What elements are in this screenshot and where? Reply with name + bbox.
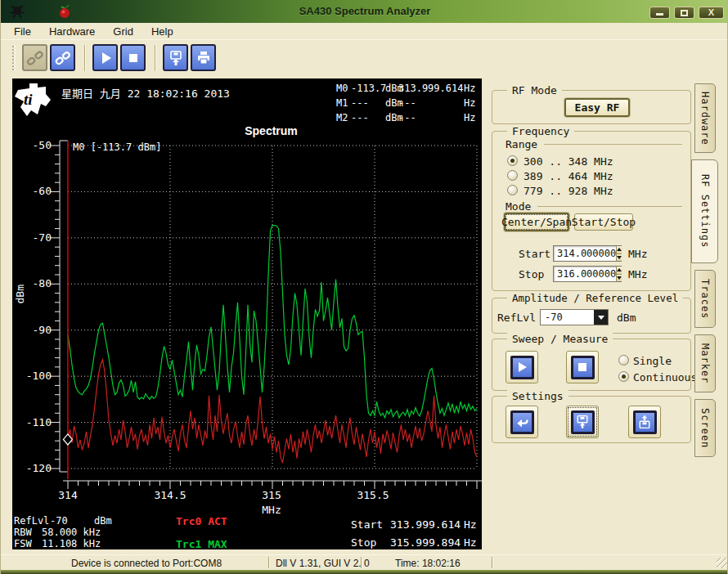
tab-marker[interactable]: Marker [694, 334, 716, 392]
spin-up-icon[interactable] [617, 267, 622, 275]
start-label: Start [519, 248, 550, 260]
play-icon [97, 49, 115, 67]
x-axis-title: MHz [247, 504, 296, 516]
maximize-button[interactable] [674, 7, 694, 19]
x-tick-label: 315 [247, 489, 296, 501]
print-button[interactable] [191, 44, 216, 71]
center-span-button[interactable]: Center/Span [504, 213, 569, 231]
easy-rf-button[interactable]: Easy RF [564, 98, 630, 117]
stop-icon [571, 356, 595, 379]
menu-help[interactable]: Help [143, 24, 182, 39]
window-title: SA430 Spectrum Analyzer [1, 5, 728, 17]
close-button[interactable]: X [699, 7, 724, 19]
play-icon [510, 356, 534, 379]
sweep-label: Sweep / Measure [507, 333, 613, 345]
start-freq-value: 313.999.614 [390, 518, 461, 531]
y-tick-label: -110 [16, 416, 52, 428]
x-tick-label: 314.5 [146, 489, 195, 501]
spectrum-display: ti 星期日 九月 22 18:02:16 2013 M0 -113.7 dBm… [12, 78, 482, 549]
resize-grip[interactable] [717, 558, 727, 568]
toolbar-grip[interactable] [12, 46, 16, 70]
save-button[interactable] [163, 44, 188, 71]
tab-traces[interactable]: Traces [694, 270, 716, 328]
y-tick-label: -60 [16, 185, 52, 197]
reflvl-unit: dBm [617, 312, 636, 324]
tab-screen[interactable]: Screen [694, 399, 716, 457]
window-controls: X [649, 7, 724, 19]
tab-label: Hardware [699, 92, 711, 146]
floppy-save-icon [633, 410, 657, 434]
stop-sweep-button[interactable] [120, 44, 146, 71]
spinner-buttons [616, 246, 622, 261]
minimize-button[interactable] [649, 7, 670, 19]
spin-down-icon[interactable] [617, 275, 622, 282]
divider [544, 144, 682, 145]
rbw-label: RBW [14, 527, 32, 538]
tab-hardware[interactable]: Hardware [694, 83, 716, 153]
range-option-label[interactable]: 300 .. 348 MHz [524, 155, 613, 168]
frequency-label: Frequency [507, 125, 574, 137]
window-bottom-edge [1, 570, 728, 574]
sweep-start-button[interactable] [506, 351, 538, 383]
tab-label: RF Settings [699, 174, 711, 248]
marker-annotation: M0 [-113.7 dBm] [73, 141, 161, 153]
menu-file[interactable]: File [6, 24, 39, 39]
range-radio-779-928[interactable] [507, 185, 518, 195]
stop-freq-label: Stop [351, 536, 376, 549]
spin-up-icon[interactable] [617, 246, 622, 254]
reflvl-unit: dBm [94, 515, 112, 527]
trace1-status: Trc1 MAX [176, 538, 227, 550]
save-icon [167, 49, 185, 67]
start-sweep-button[interactable] [92, 44, 118, 71]
load-settings-button[interactable] [566, 406, 599, 438]
settings-label: Settings [507, 390, 568, 402]
menu-grid[interactable]: Grid [105, 24, 142, 39]
trace0-status: Trc0 ACT [176, 515, 227, 527]
tab-label: Marker [699, 343, 711, 383]
toolbar-separator [155, 45, 156, 71]
tab-rf-settings[interactable]: RF Settings [691, 159, 718, 263]
sweep-stop-button[interactable] [566, 351, 599, 383]
statusbar-separator [361, 557, 362, 568]
toolbar-separator [84, 45, 86, 71]
continuous-label[interactable]: Continuous [633, 371, 697, 383]
x-tick-label: 314 [43, 489, 92, 501]
connect-button[interactable] [50, 44, 75, 71]
range-option-label[interactable]: 779 .. 928 MHz [524, 185, 613, 197]
single-radio[interactable] [618, 355, 629, 365]
mode-label: Mode [506, 200, 531, 213]
stop-label: Stop [519, 268, 544, 280]
stop-frequency-spinner[interactable]: 316.000000 [553, 266, 622, 282]
spin-down-icon[interactable] [617, 254, 622, 262]
continuous-radio[interactable] [618, 371, 629, 382]
range-radio-389-464[interactable] [507, 170, 518, 181]
menu-hardware[interactable]: Hardware [41, 24, 103, 39]
start-freq-label: Start [351, 518, 383, 531]
start-frequency-value[interactable]: 314.000000 [554, 246, 616, 261]
y-axis-title: dBm [14, 285, 26, 303]
stop-frequency-value[interactable]: 316.000000 [554, 267, 616, 281]
y-tick-label: -120 [16, 462, 52, 474]
reflvl-selected-value: -70 [541, 310, 594, 325]
start-unit: MHz [628, 248, 647, 260]
undo-arrow-icon [510, 410, 534, 434]
chevron-down-icon[interactable] [594, 310, 608, 325]
amplitude-label: Amplitude / Reference Level [507, 292, 683, 304]
connection-status: Device is connected to Port:COM8 [71, 558, 222, 569]
reflvl-dropdown[interactable]: -70 [540, 309, 609, 325]
start-stop-button[interactable]: Start/Stop [574, 213, 633, 231]
version-info: Dll V 1.31, GUI V 2. 0 [276, 558, 370, 569]
y-tick-label: -50 [16, 139, 52, 151]
start-frequency-spinner[interactable]: 314.000000 [553, 245, 622, 262]
divider [537, 206, 682, 207]
app-window: SA430 Spectrum Analyzer X File Hardware … [0, 0, 728, 574]
single-label[interactable]: Single [633, 355, 672, 367]
rf-mode-group: RF Mode Easy RF [492, 90, 691, 124]
fsw-value: 11.108 kHz [42, 538, 101, 549]
titlebar[interactable]: SA430 Spectrum Analyzer X [1, 0, 728, 23]
range-option-label[interactable]: 389 .. 464 MHz [524, 170, 613, 182]
restore-settings-button[interactable] [506, 406, 538, 438]
maximize-icon [681, 10, 688, 16]
range-radio-300-348[interactable] [507, 155, 518, 166]
save-settings-button[interactable] [628, 406, 661, 438]
